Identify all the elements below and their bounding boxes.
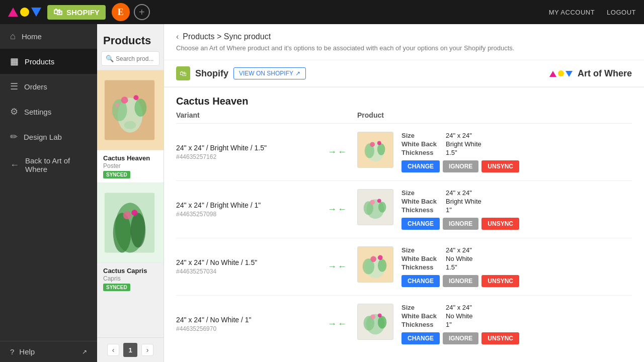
thickness-label-2: Thickness xyxy=(401,263,442,271)
search-input[interactable] xyxy=(116,55,155,62)
middle-panel-title: Products xyxy=(97,24,164,51)
sidebar-item-orders[interactable]: ☰ Orders xyxy=(0,74,97,99)
whiteback-label-2: White Back xyxy=(401,255,442,262)
variant-rows: 24" x 24" / Bright White / 1.5" #4463525… xyxy=(164,123,644,352)
product-attrs-3: Size 24" x 24" White Back No White Thick… xyxy=(401,304,632,344)
ignore-button-2[interactable]: IGNORE xyxy=(443,275,478,287)
content-header: ‹ Products > Sync product Choose an Art … xyxy=(164,24,644,60)
sidebar-item-products[interactable]: ▦ Products xyxy=(0,49,97,74)
sidebar-orders-label: Orders xyxy=(24,82,47,91)
sidebar-item-home[interactable]: ⌂ Home xyxy=(0,24,97,49)
ignore-button-0[interactable]: IGNORE xyxy=(443,160,478,172)
arrows-cell-1: → ← xyxy=(317,204,357,215)
arrow-right-icon-1: → xyxy=(328,204,337,215)
variant-info-0: 24" x 24" / Bright White / 1.5" #4463525… xyxy=(176,144,317,160)
my-account-link[interactable]: MY ACCOUNT xyxy=(549,9,595,16)
variant-sku-2: #44635257034 xyxy=(176,268,317,275)
arrow-right-icon-0: → xyxy=(328,147,337,157)
variant-art-1 xyxy=(358,189,393,225)
attr-thickness-row-0: Thickness 1.5" xyxy=(401,149,632,156)
svg-point-20 xyxy=(370,142,375,147)
change-button-1[interactable]: CHANGE xyxy=(401,218,440,230)
aow-platform-label: Art of Where xyxy=(578,68,632,79)
sidebar-nav: ⌂ Home ▦ Products ☰ Orders ⚙ Settings ✏ … xyxy=(0,24,97,341)
etsy-icon[interactable]: E xyxy=(112,3,130,21)
prev-page-button[interactable]: ‹ xyxy=(107,344,119,356)
attr-whiteback-row-3: White Back No White xyxy=(401,312,632,320)
thickness-value-0: 1.5" xyxy=(446,149,457,156)
orders-icon: ☰ xyxy=(10,81,18,92)
product-cell-1: Size 24" x 24" White Back Bright White T… xyxy=(357,189,632,230)
thickness-value-2: 1.5" xyxy=(446,263,457,271)
shopify-label: SHOPIFY xyxy=(66,8,100,17)
product-attrs-1: Size 24" x 24" White Back Bright White T… xyxy=(401,189,632,230)
change-button-3[interactable]: CHANGE xyxy=(401,332,440,344)
design-lab-icon: ✏ xyxy=(10,131,18,142)
logout-link[interactable]: LOGOUT xyxy=(607,9,636,16)
breadcrumb-back-icon[interactable]: ‹ xyxy=(176,32,179,41)
search-box[interactable]: 🔍 xyxy=(101,51,159,66)
product-cell-2: Size 24" x 24" White Back No White Thick… xyxy=(357,246,632,287)
arrow-left-icon-2: ← xyxy=(338,261,347,272)
help-label: Help xyxy=(19,347,35,356)
product-thumb-1 xyxy=(97,183,164,263)
attr-thickness-row-2: Thickness 1.5" xyxy=(401,263,632,271)
shopify-badge[interactable]: 🛍 SHOPIFY xyxy=(47,5,106,20)
svg-point-31 xyxy=(378,259,387,272)
sidebar-products-label: Products xyxy=(25,57,54,66)
external-icon: ↗ xyxy=(295,70,300,77)
unsync-button-1[interactable]: UNSYNC xyxy=(481,218,519,230)
unsync-button-3[interactable]: UNSYNC xyxy=(481,332,519,344)
col-header-product: Product xyxy=(357,111,632,119)
sidebar-item-design-lab[interactable]: ✏ Design Lab xyxy=(0,124,97,149)
product-card-0[interactable]: Cactus Heaven Poster SYNCED xyxy=(97,70,164,183)
next-page-button[interactable]: › xyxy=(141,344,153,356)
product-thumb-sm-2 xyxy=(357,246,393,283)
middle-panel: Products 🔍 xyxy=(97,24,164,362)
sidebar-item-settings[interactable]: ⚙ Settings xyxy=(0,99,97,124)
variant-sku-0: #44635257162 xyxy=(176,153,317,160)
attr-whiteback-row-0: White Back Bright White xyxy=(401,140,632,148)
sidebar-item-back-to-aow[interactable]: ← Back to Art of Where xyxy=(0,149,97,180)
logo-triangle-blue-icon xyxy=(31,8,41,17)
svg-point-5 xyxy=(124,121,136,129)
thickness-value-3: 1" xyxy=(446,321,452,328)
ignore-button-1[interactable]: IGNORE xyxy=(443,218,478,230)
sidebar-help[interactable]: ? Help ↗ xyxy=(10,347,87,356)
external-link-icon: ↗ xyxy=(82,348,87,355)
change-button-0[interactable]: CHANGE xyxy=(401,160,440,172)
sidebar-settings-label: Settings xyxy=(24,108,51,116)
whiteback-value-1: Bright White xyxy=(446,198,481,205)
attr-thickness-row-3: Thickness 1" xyxy=(401,321,632,328)
variant-sku-1: #44635257098 xyxy=(176,211,317,218)
breadcrumb-text: Products > Sync product xyxy=(183,32,271,41)
variant-info-3: 24" x 24" / No White / 1" #44635256970 xyxy=(176,316,317,332)
product-cards: Cactus Heaven Poster SYNCED xyxy=(97,70,164,337)
action-buttons-0: CHANGE IGNORE UNSYNC xyxy=(401,160,632,172)
view-on-shopify-link[interactable]: VIEW ON SHOPIFY ↗ xyxy=(233,67,306,79)
top-bar: 🛍 SHOPIFY E + MY ACCOUNT LOGOUT xyxy=(0,0,644,24)
view-on-shopify-text: VIEW ON SHOPIFY xyxy=(239,70,293,77)
thickness-label-1: Thickness xyxy=(401,206,442,214)
variant-name-3: 24" x 24" / No White / 1" xyxy=(176,316,317,324)
unsync-button-0[interactable]: UNSYNC xyxy=(481,160,519,172)
platform-shopify: 🛍 Shopify VIEW ON SHOPIFY ↗ xyxy=(176,66,404,80)
arrow-right-icon-2: → xyxy=(328,261,337,272)
add-platform-icon[interactable]: + xyxy=(134,4,150,20)
attr-thickness-row-1: Thickness 1" xyxy=(401,206,632,214)
col-header-arrows xyxy=(317,111,357,119)
attr-whiteback-row-2: White Back No White xyxy=(401,255,632,262)
unsync-button-2[interactable]: UNSYNC xyxy=(481,275,519,287)
arrow-left-icon-1: ← xyxy=(338,204,347,215)
aow-logo xyxy=(8,8,41,17)
size-label-0: Size xyxy=(401,132,442,139)
svg-point-7 xyxy=(133,95,138,100)
ignore-button-3[interactable]: IGNoRe xyxy=(443,332,478,344)
change-button-2[interactable]: CHANGE xyxy=(401,275,440,287)
current-page: 1 xyxy=(123,343,137,357)
main-layout: ⌂ Home ▦ Products ☰ Orders ⚙ Settings ✏ … xyxy=(0,24,644,362)
logo-triangle-pink-icon xyxy=(8,8,18,17)
product-card-name-1: Cactus Capris xyxy=(103,267,157,275)
svg-point-26 xyxy=(370,200,375,205)
product-card-1[interactable]: Cactus Capris Capris SYNCED xyxy=(97,183,164,295)
